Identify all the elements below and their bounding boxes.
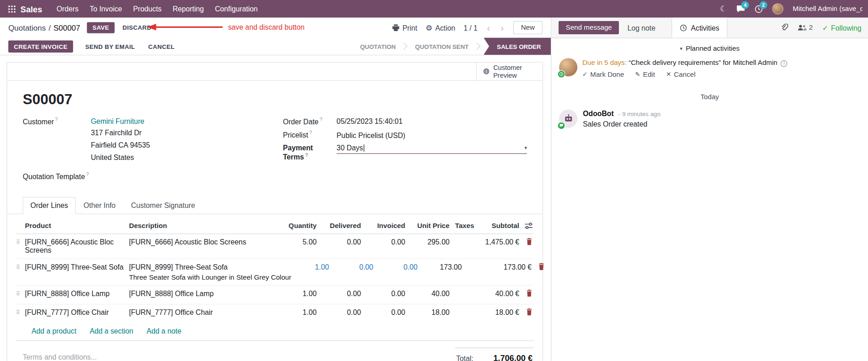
customer-preview-label: Customer Preview xyxy=(493,64,536,80)
col-header-invoiced[interactable]: Invoiced xyxy=(361,222,405,230)
collapse-caret-icon: ▾ xyxy=(680,46,682,52)
cancel-button[interactable]: CANCEL xyxy=(144,40,179,53)
tab-customer-signature[interactable]: Customer Signature xyxy=(123,197,203,214)
cell-delivered[interactable]: 0.00 xyxy=(317,290,361,298)
followers-button[interactable]: 2 xyxy=(798,24,813,32)
cell-delivered[interactable]: 0.00 xyxy=(317,238,361,246)
customer-link[interactable]: Gemini Furniture xyxy=(91,117,144,126)
cell-invoiced[interactable]: 0.00 xyxy=(361,290,405,298)
action-button[interactable]: ⚙ Action xyxy=(426,23,455,32)
cell-product[interactable]: [FURN_8888] Office Lamp xyxy=(25,290,129,298)
cell-product[interactable]: [FURN_6666] Acoustic Bloc Screens xyxy=(25,238,129,255)
app-brand[interactable]: Sales xyxy=(21,4,42,14)
col-header-subtotal[interactable]: Subtotal xyxy=(477,222,519,230)
cell-invoiced[interactable]: 0.00 xyxy=(373,263,418,271)
user-name[interactable]: Mitchell Admin (save_discar xyxy=(793,5,863,13)
cell-invoiced[interactable]: 0.00 xyxy=(361,238,405,246)
activity-summary: “Check delivery requirements” xyxy=(628,58,721,66)
cancel-activity-button[interactable]: ✕Cancel xyxy=(666,70,695,78)
order-date-value[interactable]: 05/25/2023 15:40:01 xyxy=(336,117,402,126)
messages-icon[interactable]: 4 xyxy=(736,5,745,13)
message-author[interactable]: OdooBot xyxy=(583,109,613,117)
save-button[interactable]: SAVE xyxy=(87,22,115,33)
nav-configuration[interactable]: Configuration xyxy=(209,1,263,17)
nav-to-invoice[interactable]: To Invoice xyxy=(84,1,128,17)
state-quotation[interactable]: QUOTATION xyxy=(351,37,405,55)
print-button[interactable]: Print xyxy=(392,23,417,32)
pricelist-value[interactable]: Public Pricelist (USD) xyxy=(336,131,405,139)
send-by-email-button[interactable]: SEND BY EMAIL xyxy=(81,40,139,53)
cell-unit-price[interactable]: 18.00 xyxy=(405,308,450,317)
cell-description[interactable]: [FURN_7777] Office Chair xyxy=(129,308,283,319)
create-invoice-button[interactable]: CREATE INVOICE xyxy=(8,40,73,53)
payment-terms-field[interactable]: 30 Days ▾ xyxy=(336,143,527,154)
cell-unit-price[interactable]: 295.00 xyxy=(405,238,450,246)
col-header-quantity[interactable]: Quantity xyxy=(283,222,317,230)
breadcrumb-quotations[interactable]: Quotations xyxy=(8,23,46,32)
col-header-taxes[interactable]: Taxes xyxy=(449,222,477,230)
col-header-delivered[interactable]: Delivered xyxy=(317,222,361,230)
cell-product[interactable]: [FURN_7777] Office Chair xyxy=(25,308,129,317)
drag-handle-icon[interactable]: ⠿ xyxy=(16,290,25,298)
pencil-icon: ✎ xyxy=(635,71,640,78)
drag-handle-icon[interactable]: ⠿ xyxy=(16,308,25,317)
delete-line-button[interactable] xyxy=(526,308,533,316)
new-button[interactable]: New xyxy=(513,21,543,34)
info-icon[interactable]: i xyxy=(781,60,788,67)
activity-assignee: for Mitchell Admin xyxy=(723,58,777,66)
add-section-link[interactable]: Add a section xyxy=(90,327,133,335)
cell-description[interactable]: [FURN_8999] Three-Seat SofaThree Seater … xyxy=(129,263,296,281)
pager-previous-icon[interactable]: ‹ xyxy=(486,23,491,32)
edit-activity-button[interactable]: ✎Edit xyxy=(635,70,655,78)
delete-line-button[interactable] xyxy=(526,238,533,245)
cell-description[interactable]: [FURN_6666] Acoustic Bloc Screens xyxy=(129,238,283,249)
cell-invoiced[interactable]: 0.00 xyxy=(361,308,405,317)
cell-unit-price[interactable]: 173.00 xyxy=(417,263,462,271)
nav-products[interactable]: Products xyxy=(128,1,167,17)
attachments-button[interactable] xyxy=(781,24,788,32)
drag-handle-icon[interactable]: ⠿ xyxy=(16,263,25,271)
cell-quantity[interactable]: 1.00 xyxy=(296,263,329,271)
state-quotation-sent[interactable]: QUOTATION SENT xyxy=(406,37,478,55)
apps-menu-icon[interactable] xyxy=(8,5,16,13)
optional-columns-icon[interactable] xyxy=(525,223,533,229)
cell-quantity[interactable]: 5.00 xyxy=(283,238,317,246)
following-button[interactable]: ✓ Following xyxy=(822,23,862,32)
col-header-product[interactable]: Product xyxy=(25,222,129,230)
cell-delivered[interactable]: 0.00 xyxy=(317,308,361,317)
activities-clock-icon[interactable]: 2 xyxy=(755,5,763,13)
cell-quantity[interactable]: 1.00 xyxy=(283,290,317,298)
cell-subtotal: 18.00 € xyxy=(477,308,519,317)
record-title: S00007 xyxy=(23,91,527,108)
nav-orders[interactable]: Orders xyxy=(51,1,84,17)
activities-tab[interactable]: Activities xyxy=(671,18,728,38)
planned-activities-header[interactable]: ▾ Planned activities xyxy=(551,45,868,53)
systray: ☾ 4 2 Mitchell Admin (save_discar xyxy=(720,3,863,14)
pager-next-icon[interactable]: › xyxy=(500,23,505,32)
dark-mode-icon[interactable]: ☾ xyxy=(720,5,727,13)
log-note-button[interactable]: Log note xyxy=(619,18,664,38)
dropdown-caret-icon[interactable]: ▾ xyxy=(525,145,527,151)
drag-handle-icon[interactable]: ⠿ xyxy=(16,238,25,246)
cell-unit-price[interactable]: 40.00 xyxy=(405,290,450,298)
col-header-unit-price[interactable]: Unit Price xyxy=(405,222,450,230)
customer-preview-link[interactable]: Customer Preview xyxy=(476,63,543,80)
cell-description[interactable]: [FURN_8888] Office Lamp xyxy=(129,290,283,300)
user-avatar[interactable] xyxy=(772,3,783,14)
nav-reporting[interactable]: Reporting xyxy=(167,1,210,17)
col-header-description[interactable]: Description xyxy=(129,222,283,230)
terms-placeholder[interactable]: Terms and conditions... xyxy=(23,353,455,361)
cell-delivered[interactable]: 0.00 xyxy=(329,263,373,271)
delete-line-button[interactable] xyxy=(526,290,533,297)
cell-quantity[interactable]: 1.00 xyxy=(283,308,317,317)
tab-other-info[interactable]: Other Info xyxy=(76,197,123,214)
mark-done-button[interactable]: ✓Mark Done xyxy=(582,70,624,78)
cell-product[interactable]: [FURN_8999] Three-Seat Sofa xyxy=(25,263,129,271)
state-sales-order[interactable]: SALES ORDER xyxy=(484,37,551,55)
tab-order-lines[interactable]: Order Lines xyxy=(23,197,76,214)
send-message-button[interactable]: Send message xyxy=(559,21,619,34)
delete-line-button[interactable] xyxy=(538,263,545,271)
discard-button[interactable]: DISCARD xyxy=(118,22,156,33)
add-note-link[interactable]: Add a note xyxy=(147,327,181,335)
add-product-link[interactable]: Add a product xyxy=(32,327,76,335)
